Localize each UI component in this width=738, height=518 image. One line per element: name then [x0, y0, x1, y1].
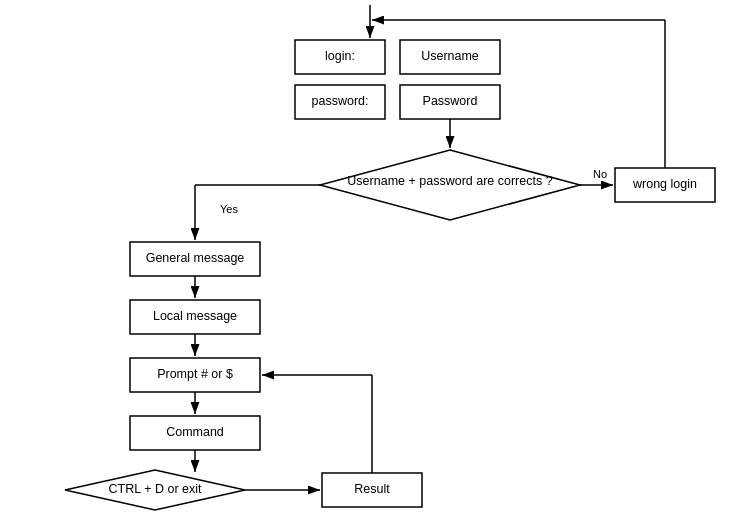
password-text: Password: [423, 94, 478, 108]
username-text: Username: [421, 49, 479, 63]
password-label-text: password:: [312, 94, 369, 108]
result-text: Result: [354, 482, 390, 496]
no-label: No: [593, 168, 607, 180]
command-text: Command: [166, 425, 224, 439]
general-message-text: General message: [146, 251, 245, 265]
ctrl-d-text: CTRL + D or exit: [109, 482, 202, 496]
decision-text: Username + password are corrects ?: [347, 174, 552, 188]
flowchart-canvas: login: Username password: Password Usern…: [0, 0, 738, 518]
login-label-text: login:: [325, 49, 355, 63]
prompt-text: Prompt # or $: [157, 367, 233, 381]
wrong-login-text: wrong login: [632, 177, 697, 191]
local-message-text: Local message: [153, 309, 237, 323]
yes-label: Yes: [220, 203, 238, 215]
